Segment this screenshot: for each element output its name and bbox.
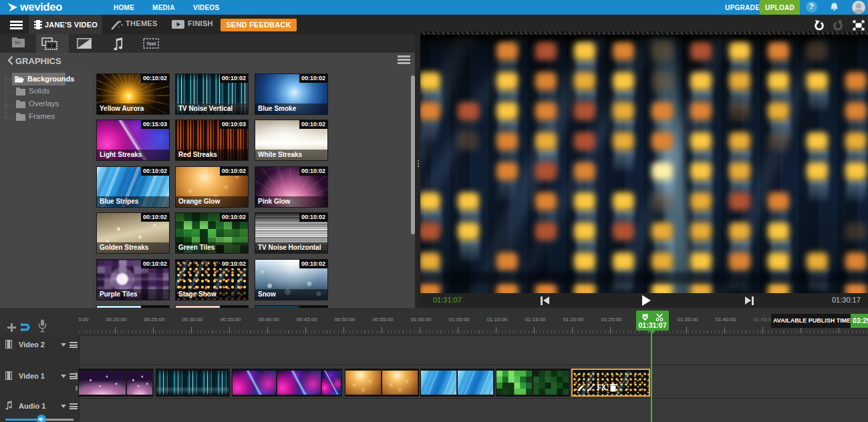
svg-text:Text: Text xyxy=(146,41,156,46)
